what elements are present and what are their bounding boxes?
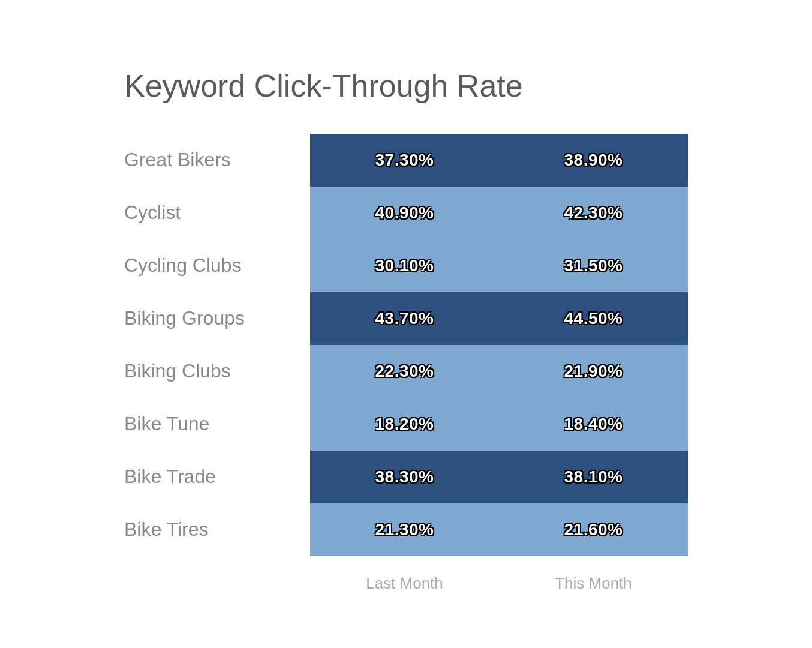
row-label: Cyclist <box>124 187 310 239</box>
cell-last-month: 21.30% <box>310 503 499 556</box>
cell-last-month: 37.30% <box>310 134 499 187</box>
row-cells: 38.30%38.10% <box>310 451 688 503</box>
row-label: Biking Groups <box>124 292 310 345</box>
row-cells: 30.10%31.50% <box>310 239 688 292</box>
cell-last-month: 18.20% <box>310 398 499 451</box>
this-month-label: This Month <box>499 568 688 593</box>
row-label: Cycling Clubs <box>124 239 310 292</box>
cell-last-month: 40.90% <box>310 187 499 239</box>
row-label: Bike Tires <box>124 503 310 556</box>
cell-last-month: 22.30% <box>310 345 499 398</box>
cell-last-month: 43.70% <box>310 292 499 345</box>
cell-this-month: 18.40% <box>499 398 688 451</box>
table-row: Biking Clubs22.30%21.90% <box>124 345 688 398</box>
cell-last-month: 38.30% <box>310 451 499 503</box>
table-row: Bike Tune18.20%18.40% <box>124 398 688 451</box>
row-cells: 40.90%42.30% <box>310 187 688 239</box>
cell-this-month: 21.60% <box>499 503 688 556</box>
row-label: Great Bikers <box>124 134 310 187</box>
table-row: Great Bikers37.30%38.90% <box>124 134 688 187</box>
footer-labels: Last Month This Month <box>310 568 688 593</box>
row-label: Biking Clubs <box>124 345 310 398</box>
cell-this-month: 31.50% <box>499 239 688 292</box>
cell-this-month: 44.50% <box>499 292 688 345</box>
row-label: Bike Tune <box>124 398 310 451</box>
cell-this-month: 21.90% <box>499 345 688 398</box>
table-row: Cyclist40.90%42.30% <box>124 187 688 239</box>
cell-this-month: 38.90% <box>499 134 688 187</box>
row-cells: 18.20%18.40% <box>310 398 688 451</box>
last-month-label: Last Month <box>310 568 499 593</box>
table-row: Cycling Clubs30.10%31.50% <box>124 239 688 292</box>
chart-title: Keyword Click-Through Rate <box>124 68 688 104</box>
chart-footer: Last Month This Month <box>124 568 688 593</box>
cell-last-month: 30.10% <box>310 239 499 292</box>
row-cells: 43.70%44.50% <box>310 292 688 345</box>
footer-spacer <box>124 568 310 593</box>
row-label: Bike Trade <box>124 451 310 503</box>
table-row: Biking Groups43.70%44.50% <box>124 292 688 345</box>
table-row: Bike Tires21.30%21.60% <box>124 503 688 556</box>
chart-container: Keyword Click-Through Rate Great Bikers3… <box>76 32 736 617</box>
row-cells: 22.30%21.90% <box>310 345 688 398</box>
cell-this-month: 38.10% <box>499 451 688 503</box>
row-cells: 37.30%38.90% <box>310 134 688 187</box>
table-row: Bike Trade38.30%38.10% <box>124 451 688 503</box>
chart-body: Great Bikers37.30%38.90%Cyclist40.90%42.… <box>124 134 688 556</box>
row-cells: 21.30%21.60% <box>310 503 688 556</box>
cell-this-month: 42.30% <box>499 187 688 239</box>
